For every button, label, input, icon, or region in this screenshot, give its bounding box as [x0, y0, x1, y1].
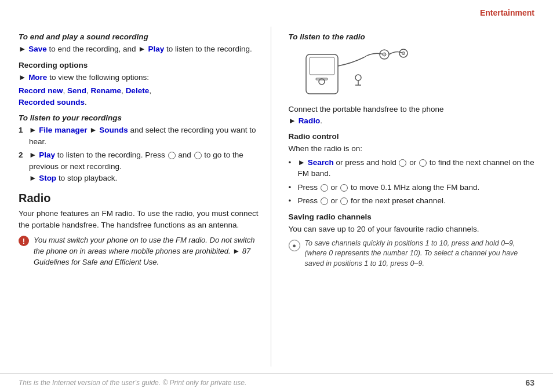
section-recording-options-body: ► More to view the following options:	[19, 72, 265, 83]
footer-disclaimer: This is the Internet version of the user…	[19, 379, 246, 387]
warning-icon: !	[19, 236, 29, 246]
info-icon: ●	[289, 240, 300, 251]
section-end-play-title: To end and play a sound recording	[19, 32, 265, 41]
svg-rect-1	[310, 57, 334, 75]
list-item: • Press or for the next preset channel.	[289, 195, 535, 207]
content-area: To end and play a sound recording ► Save…	[0, 21, 553, 367]
radio-control-when: When the radio is on:	[289, 143, 535, 155]
section-recording-options-list: Record new, Send, Rename, Delete, Record…	[19, 85, 265, 108]
section-end-play-body: ► Save to end the recording, and ► Play …	[19, 43, 265, 55]
radio-note-text: You must switch your phone on to use the…	[34, 235, 265, 268]
section-listen-radio-title: To listen to the radio	[289, 32, 535, 41]
connect-radio-text: Connect the portable handsfree to the ph…	[289, 104, 535, 126]
radio-headset-image	[300, 46, 416, 98]
saving-note-box: ● To save channels quickly in positions …	[289, 239, 535, 272]
right-column: To listen to the radio	[283, 27, 535, 367]
listen-recordings-list: 1 ► File manager ► Sounds and select the…	[19, 124, 265, 184]
saving-note-text: To save channels quickly in positions 1 …	[305, 239, 535, 269]
page-footer: This is the Internet version of the user…	[0, 373, 553, 392]
svg-point-5	[383, 53, 386, 56]
section-radio-control-title: Radio control	[289, 132, 535, 141]
list-item: 2 ► Play to listen to the recording. Pre…	[19, 149, 265, 184]
radio-note-box: ! You must switch your phone on to use t…	[19, 235, 265, 270]
saving-body: You can save up to 20 of your favourite …	[289, 224, 535, 235]
section-listen-recordings-title: To listen to your recordings	[19, 113, 265, 122]
list-item: • Press or to move 0.1 MHz along the FM …	[289, 182, 535, 193]
list-item: • ► Search or press and hold or to find …	[289, 157, 535, 179]
header-title: Entertainment	[480, 8, 534, 17]
section-saving-title: Saving radio channels	[289, 213, 535, 221]
svg-point-7	[402, 52, 405, 55]
svg-point-8	[355, 75, 361, 80]
list-item: 1 ► File manager ► Sounds and select the…	[19, 124, 265, 147]
radio-intro: Your phone features an FM radio. To use …	[19, 208, 265, 230]
svg-rect-0	[306, 54, 338, 94]
footer-page-number: 63	[525, 378, 534, 387]
radio-control-bullets: • ► Search or press and hold or to find …	[289, 157, 535, 207]
radio-title: Radio	[19, 192, 265, 205]
section-recording-options-title: Recording options	[19, 61, 265, 69]
page-header: Entertainment	[0, 0, 553, 21]
left-column: To end and play a sound recording ► Save…	[19, 27, 271, 367]
